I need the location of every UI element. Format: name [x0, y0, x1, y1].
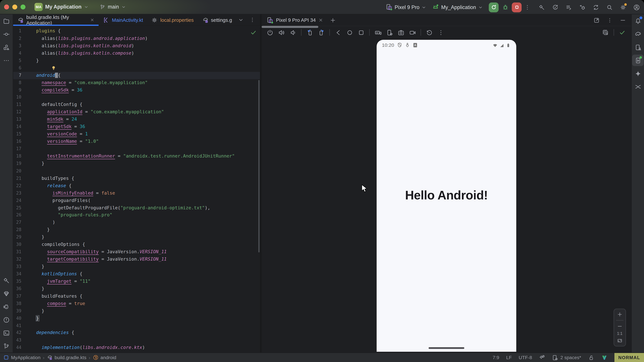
volume-down-icon[interactable] [288, 27, 298, 37]
hidden-tabs-chevron-icon[interactable] [236, 15, 245, 24]
close-window-button[interactable] [4, 4, 9, 9]
code-line-20[interactable]: 20 [13, 167, 260, 175]
device-tab[interactable]: Pixel 9 Pro API 34 [262, 16, 326, 24]
add-device-tab-button[interactable] [330, 17, 336, 23]
toolwindow-project-folder-icon[interactable] [1, 15, 12, 27]
more-tabs-icon[interactable] [248, 15, 257, 24]
project-widget[interactable]: MA My Application [34, 3, 89, 11]
toolwindow-running-devices-icon[interactable] [632, 55, 644, 66]
code-line-6[interactable]: 6 [13, 64, 260, 72]
toolwindow-gradle-icon[interactable] [632, 28, 644, 40]
debug-button[interactable] [500, 2, 510, 12]
ideavim-icon[interactable] [601, 355, 608, 361]
apply-code-changes-button[interactable] [564, 2, 574, 12]
screenshot-icon[interactable] [396, 27, 406, 37]
vcs-branch-widget[interactable]: main [100, 4, 126, 10]
sync-gradle-button[interactable] [591, 2, 601, 12]
close-tab-icon[interactable] [90, 17, 94, 22]
toolwindow-version-control-icon[interactable] [1, 340, 12, 352]
editor-tab-1[interactable]: MainActivity.kt [99, 14, 147, 25]
code-line-19[interactable]: 19 } [13, 160, 260, 167]
horizontal-scrollbar-thumb[interactable] [262, 26, 318, 28]
code-line-29[interactable]: 29 } [13, 234, 260, 241]
intention-bulb-icon[interactable] [51, 65, 56, 71]
more-options-icon[interactable] [605, 15, 614, 25]
editor-tab-0[interactable]: build.gradle.kts (My Application) [13, 14, 98, 25]
close-icon[interactable] [318, 17, 323, 22]
hardware-input-icon[interactable] [373, 27, 383, 37]
code-line-16[interactable]: 16 versionName = "1.0" [13, 138, 260, 145]
more-emulator-actions-icon[interactable] [436, 27, 446, 37]
code-line-5[interactable]: 5} [13, 57, 260, 64]
toolwindow-build-hammer-icon[interactable] [1, 275, 12, 286]
code-line-22[interactable]: 22 release { [13, 182, 260, 190]
toolwindow-problems-icon[interactable] [1, 314, 12, 326]
readonly-lock-icon[interactable] [588, 355, 594, 361]
toolwindow-logcat-icon[interactable] [1, 301, 12, 312]
zoom-window-button[interactable] [20, 4, 25, 9]
code-line-32[interactable]: 32 targetCompatibility = JavaVersion.VER… [13, 256, 260, 263]
more-run-actions-button[interactable] [523, 2, 532, 12]
code-line-27[interactable]: 27 ) [13, 219, 260, 226]
toolwindow-gemini-icon[interactable] [632, 68, 644, 79]
reset-view-icon[interactable] [424, 27, 434, 37]
encoding-widget[interactable]: UTF-8 [519, 355, 532, 360]
toolwindow-resource-manager-icon[interactable] [1, 41, 12, 53]
code-line-21[interactable]: 21 buildTypes { [13, 175, 260, 182]
code-line-36[interactable]: 36 } [13, 285, 260, 293]
inspections-status-icon[interactable] [250, 29, 256, 36]
code-line-24[interactable]: 24 proguardFiles( [13, 197, 260, 204]
run-configuration-selector[interactable]: My_Application [432, 4, 483, 11]
toolwindow-notifications-icon[interactable] [632, 15, 644, 27]
code-line-42[interactable]: 42dependencies { [13, 329, 260, 337]
code-line-37[interactable]: 37 buildFeatures { [13, 293, 260, 300]
code-line-12[interactable]: 12 applicationId = "com.example.myapplic… [13, 108, 260, 116]
code-editor[interactable]: 1plugins {2 alias(libs.plugins.android.a… [13, 26, 260, 353]
search-button[interactable] [604, 2, 614, 12]
settings-button[interactable] [618, 2, 628, 12]
code-line-18[interactable]: 18 testInstrumentationRunner = "androidx… [13, 153, 260, 160]
fit-to-window-button[interactable] [615, 337, 624, 345]
device-check-status-icon[interactable] [617, 27, 627, 37]
editor-tab-3[interactable]: settings.g [198, 14, 236, 25]
code-line-39[interactable]: 39 } [13, 307, 260, 315]
rotate-left-icon[interactable] [305, 27, 314, 37]
profile-button[interactable] [631, 2, 642, 12]
code-line-23[interactable]: 23 isMinifyEnabled = false [13, 190, 260, 197]
overview-icon[interactable] [356, 27, 366, 37]
code-line-33[interactable]: 33 } [13, 263, 260, 271]
device-settings-icon[interactable] [384, 27, 394, 37]
volume-up-icon[interactable] [276, 27, 286, 37]
zoom-out-button[interactable] [615, 322, 624, 330]
code-line-2[interactable]: 2 alias(libs.plugins.android.application… [13, 35, 260, 42]
toolwindow-terminal-icon[interactable] [1, 327, 12, 339]
breadcrumb-item[interactable]: build.gradle.kts [47, 355, 86, 360]
code-line-31[interactable]: 31 sourceCompatibility = JavaVersion.VER… [13, 248, 260, 256]
stop-button[interactable] [512, 2, 522, 12]
code-line-13[interactable]: 13 minSdk = 24 [13, 116, 260, 123]
code-line-15[interactable]: 15 versionCode = 1 [13, 131, 260, 138]
line-separator-widget[interactable]: LF [506, 355, 512, 360]
toolwindow-more-icon[interactable] [1, 55, 12, 66]
code-line-1[interactable]: 1plugins { [13, 27, 260, 35]
open-new-window-icon[interactable] [592, 15, 601, 25]
indent-widget[interactable]: 2 spaces* [552, 355, 581, 361]
breadcrumb-item[interactable]: MyApplication [3, 355, 40, 360]
code-line-44[interactable]: 44 implementation(libs.androidx.core.ktx… [13, 344, 260, 352]
code-line-8[interactable]: 8 namespace = "com.example.myapplication… [13, 79, 260, 86]
power-icon[interactable] [265, 27, 275, 37]
code-line-26[interactable]: 26 "proguard-rules.pro" [13, 212, 260, 219]
phone-screen[interactable]: 10:20 A Hello Android! [377, 40, 516, 352]
code-line-14[interactable]: 14 targetSdk = 36 [13, 123, 260, 131]
toolwindow-device-manager-icon[interactable] [632, 41, 644, 53]
code-line-30[interactable]: 30 compileOptions { [13, 241, 260, 248]
device-selector[interactable]: Pixel 9 Pro [386, 4, 426, 11]
build-button[interactable] [536, 2, 546, 12]
editor-scrollbar[interactable] [258, 80, 260, 253]
editor-tab-2[interactable]: local.properties [147, 14, 198, 25]
code-line-3[interactable]: 3 alias(libs.plugins.kotlin.android) [13, 42, 260, 50]
zoom-in-button[interactable] [615, 310, 624, 319]
code-line-7[interactable]: 7android { [13, 72, 260, 79]
code-line-4[interactable]: 4 alias(libs.plugins.kotlin.compose) [13, 50, 260, 57]
code-line-38[interactable]: 38 compose = true [13, 300, 260, 307]
